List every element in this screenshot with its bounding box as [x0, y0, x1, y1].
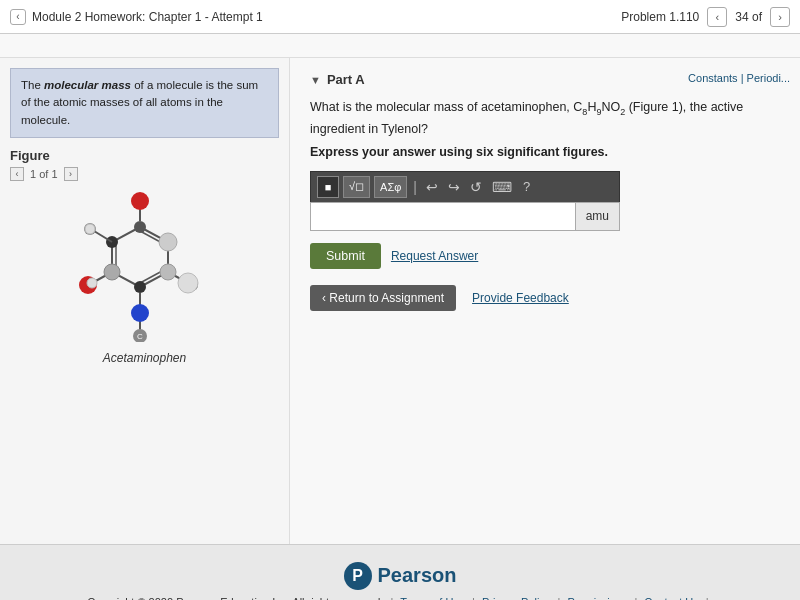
svg-point-25 — [159, 233, 177, 251]
toolbar-separator: | — [413, 179, 417, 195]
submit-button[interactable]: Submit — [310, 243, 381, 269]
figure-label: Figure — [10, 148, 279, 163]
svg-point-30 — [131, 304, 149, 322]
answer-input[interactable] — [311, 203, 575, 230]
nav-next-button[interactable]: › — [770, 7, 790, 27]
svg-marker-0 — [112, 227, 168, 287]
pearson-label: Pearson — [378, 564, 457, 587]
contact-link[interactable]: Contact Us — [644, 596, 698, 601]
question-text: What is the molecular mass of acetaminop… — [310, 97, 780, 139]
info-italic: molecular mass — [44, 79, 131, 91]
svg-text:C: C — [137, 332, 143, 341]
svg-point-32 — [85, 224, 95, 234]
info-text-prefix: The — [21, 79, 44, 91]
top-bar: ‹ Module 2 Homework: Chapter 1 - Attempt… — [0, 0, 800, 34]
footer-links: Copyright © 2020 Pearson Education Inc. … — [87, 596, 712, 601]
refresh-icon[interactable]: ↺ — [467, 177, 485, 197]
request-answer-button[interactable]: Request Answer — [391, 249, 478, 263]
action-row: Submit Request Answer — [310, 243, 780, 269]
page-info: 34 of — [735, 10, 762, 24]
pearson-logo: P Pearson — [344, 562, 457, 590]
permissions-link[interactable]: Permissions — [567, 596, 627, 601]
pearson-icon: P — [344, 562, 372, 590]
svg-point-27 — [178, 273, 198, 293]
footer: P Pearson Copyright © 2020 Pearson Educa… — [0, 544, 800, 600]
right-panel: ▼ Part A What is the molecular mass of a… — [290, 58, 800, 544]
keyboard-icon[interactable]: ⌨ — [489, 177, 515, 197]
info-box: The molecular mass of a molecule is the … — [10, 68, 279, 138]
svg-point-4 — [134, 221, 146, 233]
terms-link[interactable]: Terms of Use — [400, 596, 465, 601]
undo-icon[interactable]: ↩ — [423, 177, 441, 197]
answer-area: amu — [310, 202, 620, 231]
problem-label: Problem 1.110 — [621, 10, 699, 24]
problem-nav: Problem 1.110 ‹ 34 of › — [621, 7, 790, 27]
figure-nav: ‹ 1 of 1 › — [10, 167, 279, 181]
privacy-link[interactable]: Privacy Policy — [482, 596, 550, 601]
answer-unit: amu — [575, 203, 619, 230]
instruction-text: Express your answer using six significan… — [310, 145, 780, 159]
help-icon[interactable]: ? — [519, 177, 534, 196]
figure-page-info: 1 of 1 — [30, 168, 58, 180]
breadcrumb-text: Module 2 Homework: Chapter 1 - Attempt 1 — [32, 10, 263, 24]
svg-point-31 — [131, 192, 149, 210]
figure-next-button[interactable]: › — [64, 167, 78, 181]
breadcrumb-area: ‹ Module 2 Homework: Chapter 1 - Attempt… — [10, 9, 263, 25]
copyright-text: Copyright © 2020 Pearson Education Inc. … — [87, 596, 383, 601]
nav-prev-button[interactable]: ‹ — [707, 7, 727, 27]
svg-point-26 — [104, 264, 120, 280]
molecule-label: Acetaminophen — [10, 351, 279, 365]
return-button[interactable]: ‹ Return to Assignment — [310, 285, 456, 311]
left-panel: The molecular mass of a molecule is the … — [0, 58, 290, 544]
svg-point-7 — [134, 281, 146, 293]
toolbar-sqrt-btn[interactable]: √◻ — [343, 176, 370, 198]
return-row: ‹ Return to Assignment Provide Feedback — [310, 285, 780, 311]
svg-point-33 — [87, 278, 97, 288]
molecule-image: O N C — [20, 187, 270, 347]
back-button[interactable]: ‹ — [10, 9, 26, 25]
svg-line-19 — [94, 231, 112, 242]
redo-icon[interactable]: ↪ — [445, 177, 463, 197]
part-arrow-icon: ▼ — [310, 74, 321, 86]
main-content: The molecular mass of a molecule is the … — [0, 58, 800, 544]
constants-link[interactable]: Constants | Periodi... — [678, 68, 800, 88]
figure-prev-button[interactable]: ‹ — [10, 167, 24, 181]
toolbar-block-btn[interactable]: ■ — [317, 176, 339, 198]
answer-toolbar: ■ √◻ AΣφ | ↩ ↪ ↺ ⌨ ? — [310, 171, 620, 202]
toolbar-sigma-btn[interactable]: AΣφ — [374, 176, 407, 198]
svg-point-28 — [160, 264, 176, 280]
part-label: Part A — [327, 72, 365, 87]
feedback-button[interactable]: Provide Feedback — [472, 291, 569, 305]
